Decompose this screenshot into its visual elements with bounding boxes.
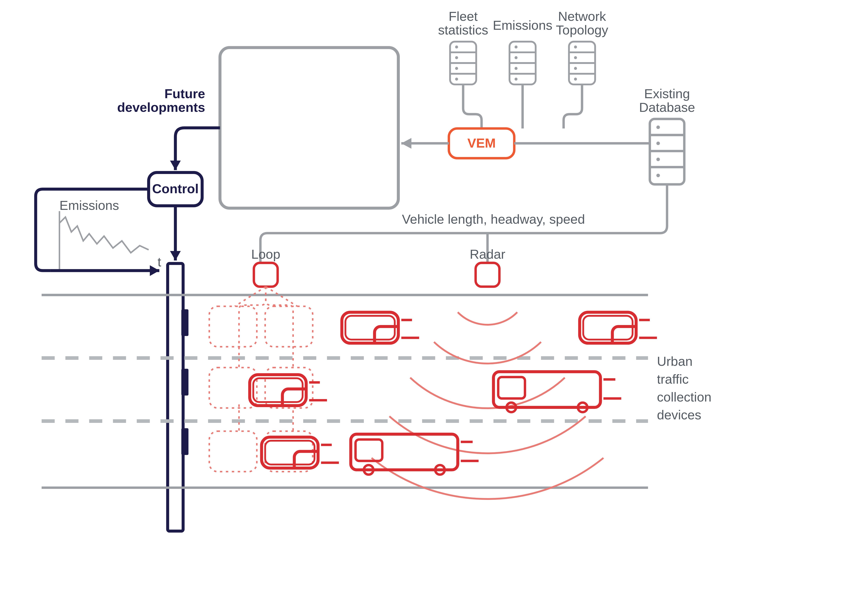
svg-point-4 <box>455 45 458 48</box>
svg-point-28 <box>656 126 660 129</box>
svg-point-15 <box>515 78 518 81</box>
vehicle <box>580 312 657 343</box>
svg-marker-37 <box>170 251 181 260</box>
label-fleet-2: statistics <box>438 23 488 37</box>
label-loop: Loop <box>251 247 280 262</box>
svg-marker-35 <box>170 161 181 170</box>
side-4: devices <box>657 408 701 422</box>
svg-point-14 <box>515 67 518 70</box>
label-future-1: Future <box>164 86 205 101</box>
svg-point-12 <box>515 45 518 48</box>
svg-rect-52 <box>265 306 313 347</box>
vehicle <box>342 312 419 343</box>
control-text: Control <box>152 181 199 196</box>
svg-marker-34 <box>401 138 412 149</box>
diagram: Fleet statistics Emissions Network Topol… <box>0 0 868 612</box>
vehicle-truck <box>351 434 479 474</box>
label-future-2: developments <box>117 100 205 115</box>
label-radar: Radar <box>470 247 505 262</box>
server-network <box>569 42 595 85</box>
svg-rect-70 <box>498 377 525 398</box>
svg-point-23 <box>574 78 577 81</box>
label-network-1: Network <box>558 9 606 23</box>
label-network-2: Topology <box>556 23 608 37</box>
svg-point-7 <box>455 78 458 81</box>
radar-sensor <box>476 263 499 287</box>
server-emissions <box>510 42 536 85</box>
label-fleet-1: Fleet <box>449 9 477 23</box>
big-box <box>220 48 398 208</box>
label-existing-1: Existing <box>644 86 690 101</box>
vehicle <box>250 375 327 406</box>
svg-rect-55 <box>209 431 257 472</box>
svg-point-22 <box>574 67 577 70</box>
side-3: collection <box>657 390 711 404</box>
traffic-light <box>167 264 188 531</box>
svg-rect-46 <box>181 428 188 455</box>
label-existing-2: Database <box>639 100 695 115</box>
svg-rect-45 <box>181 369 188 395</box>
svg-text:Emissions: Emissions <box>59 198 119 212</box>
svg-rect-44 <box>181 309 188 336</box>
server-existing <box>650 119 684 185</box>
svg-point-29 <box>656 142 660 145</box>
svg-text:t: t <box>158 254 161 269</box>
svg-point-6 <box>455 67 458 70</box>
svg-rect-80 <box>355 439 382 461</box>
svg-point-5 <box>455 56 458 59</box>
emissions-chart: Emissions t <box>59 198 161 271</box>
svg-point-30 <box>656 158 660 161</box>
svg-point-20 <box>574 45 577 48</box>
loop-sensor <box>254 263 277 287</box>
vem-text: VEM <box>467 136 496 150</box>
side-2: traffic <box>657 372 689 386</box>
server-fleet <box>450 42 476 85</box>
vehicle-truck <box>493 372 621 412</box>
svg-rect-43 <box>167 264 183 531</box>
vehicle <box>262 437 339 468</box>
svg-point-31 <box>656 174 660 177</box>
svg-rect-51 <box>209 306 257 347</box>
svg-point-13 <box>515 56 518 59</box>
svg-point-21 <box>574 56 577 59</box>
side-1: Urban <box>657 354 693 369</box>
data-line: Vehicle length, headway, speed <box>402 212 585 226</box>
label-emissions-top: Emissions <box>493 18 552 33</box>
